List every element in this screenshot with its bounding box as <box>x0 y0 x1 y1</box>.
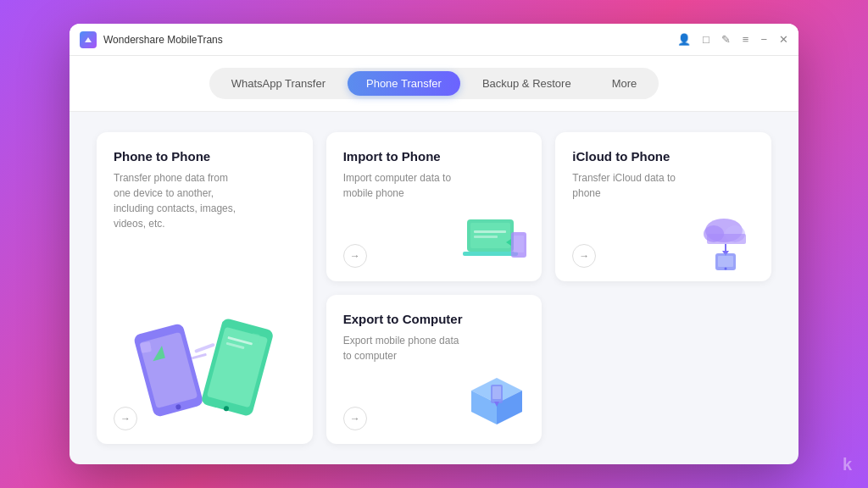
icloud-illustration <box>688 207 765 274</box>
card-phone-to-phone-title: Phone to Phone <box>114 149 296 164</box>
svg-rect-10 <box>192 353 207 360</box>
card-export-to-computer[interactable]: Export to Computer Export mobile phone d… <box>326 295 542 444</box>
svg-rect-17 <box>474 236 498 238</box>
svg-point-29 <box>725 268 727 270</box>
card-import-desc: Import computer data to mobile phone <box>343 170 470 201</box>
menu-icon[interactable]: ≡ <box>743 34 749 45</box>
svg-rect-15 <box>463 252 518 256</box>
import-illustration <box>459 207 535 274</box>
nav-bar: WhatsApp Transfer Phone Transfer Backup … <box>70 56 798 112</box>
tab-whatsapp-transfer[interactable]: WhatsApp Transfer <box>213 71 344 96</box>
card-import-title: Import to Phone <box>343 149 526 164</box>
app-title: Wondershare MobileTrans <box>103 34 677 46</box>
svg-rect-28 <box>718 256 733 267</box>
watermark: k <box>843 455 851 474</box>
window-controls: 👤 □ ✎ ≡ − ✕ <box>677 34 788 45</box>
app-window: Wondershare MobileTrans 👤 □ ✎ ≡ − ✕ What… <box>70 24 798 464</box>
minimize-icon[interactable]: − <box>760 34 767 45</box>
nav-tabs: WhatsApp Transfer Phone Transfer Backup … <box>209 68 659 99</box>
card-icloud-desc: Transfer iCloud data to phone <box>572 170 699 201</box>
svg-rect-11 <box>140 341 152 353</box>
svg-rect-16 <box>474 230 506 233</box>
phone-to-phone-illustration <box>128 274 281 444</box>
card-icloud-to-phone[interactable]: iCloud to Phone Transfer iCloud data to … <box>555 132 771 281</box>
card-import-to-phone[interactable]: Import to Phone Import computer data to … <box>326 132 542 281</box>
card-export-title: Export to Computer <box>343 312 526 326</box>
card-export-desc: Export mobile phone data to computer <box>343 333 470 363</box>
card-icloud-title: iCloud to Phone <box>572 149 754 164</box>
svg-rect-19 <box>514 236 524 252</box>
chat-icon[interactable]: □ <box>703 34 709 45</box>
card-export-arrow[interactable]: → <box>343 407 367 430</box>
empty-cell <box>555 295 771 444</box>
tab-phone-transfer[interactable]: Phone Transfer <box>348 71 460 96</box>
person-icon[interactable]: 👤 <box>677 34 691 45</box>
card-phone-to-phone-desc: Transfer phone data from one device to a… <box>114 170 241 231</box>
title-bar: Wondershare MobileTrans 👤 □ ✎ ≡ − ✕ <box>70 24 798 56</box>
close-icon[interactable]: ✕ <box>779 34 788 45</box>
svg-rect-24 <box>707 234 746 244</box>
tab-backup-restore[interactable]: Backup & Restore <box>464 71 590 96</box>
card-phone-to-phone[interactable]: Phone to Phone Transfer phone data from … <box>97 132 313 444</box>
app-logo <box>80 31 97 48</box>
export-illustration <box>459 369 535 437</box>
svg-rect-9 <box>194 343 215 353</box>
tab-more[interactable]: More <box>593 71 656 96</box>
card-icloud-arrow[interactable]: → <box>572 244 596 268</box>
card-import-arrow[interactable]: → <box>343 244 367 268</box>
edit-icon[interactable]: ✎ <box>721 34 731 45</box>
svg-rect-12 <box>251 333 261 343</box>
main-content: Phone to Phone Transfer phone data from … <box>70 112 798 464</box>
svg-rect-34 <box>492 386 501 399</box>
